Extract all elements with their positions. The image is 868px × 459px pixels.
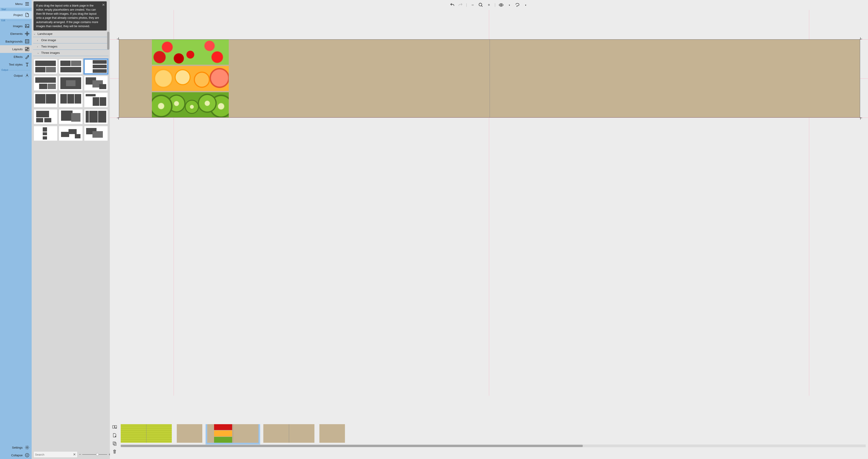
svg-point-2: [27, 33, 28, 34]
accordion-landscape[interactable]: ⌄ Landscape: [33, 31, 108, 37]
add-spread-button[interactable]: [112, 425, 117, 430]
strip-scroll: Cover 1 23 45: [121, 424, 866, 447]
layout-thumb[interactable]: [34, 126, 57, 141]
layout-thumb-selected[interactable]: [84, 59, 107, 74]
layout-thumb[interactable]: [34, 76, 57, 90]
layout-thumb[interactable]: [59, 126, 82, 141]
accordion-label: One image: [41, 38, 56, 42]
visibility-button[interactable]: [499, 2, 504, 7]
sidebar-item-layouts[interactable]: Layouts: [0, 45, 32, 53]
zoom-in-button[interactable]: +: [487, 2, 491, 7]
sidebar-item-backgrounds[interactable]: Backgrounds: [0, 37, 32, 45]
accordion-one-image[interactable]: › One image: [33, 37, 108, 43]
menu-button[interactable]: Menu: [0, 0, 32, 8]
undo-button[interactable]: [450, 2, 455, 7]
svg-point-15: [500, 4, 502, 6]
layout-thumb[interactable]: [59, 59, 82, 74]
sidebar-item-collapse[interactable]: Collapse: [0, 451, 32, 459]
sidebar-item-images[interactable]: Images: [0, 22, 32, 30]
accordion-three-images[interactable]: ⌄ Three images: [33, 50, 108, 56]
flower-icon: [25, 31, 29, 36]
gear-icon: [25, 445, 29, 450]
duplicate-page-button[interactable]: [112, 441, 117, 446]
zoom-slider[interactable]: [82, 454, 107, 455]
photo-strawberries[interactable]: [152, 39, 229, 65]
panel-footer: ✕ − +: [32, 450, 110, 459]
svg-rect-19: [114, 443, 116, 446]
sidebar-item-textstyles[interactable]: Text styles: [0, 61, 32, 68]
panel-scrollbar[interactable]: [107, 32, 110, 50]
layout-thumb[interactable]: [34, 59, 57, 74]
svg-rect-9: [27, 47, 29, 49]
thumb-cover[interactable]: Cover: [121, 424, 172, 447]
guide-horizontal: [110, 118, 868, 118]
lasso-button[interactable]: [515, 2, 520, 7]
strip-scrollbar[interactable]: [121, 445, 866, 447]
add-page-button[interactable]: [112, 433, 117, 438]
layout-thumb[interactable]: [34, 110, 57, 124]
thumb-pages-4-5[interactable]: 45: [264, 424, 314, 447]
thumb-page-6[interactable]: 6: [319, 424, 345, 447]
sidebar-item-project[interactable]: Project: [0, 11, 32, 19]
chevron-right-icon: ›: [37, 45, 40, 48]
sidebar-item-label: Layouts: [12, 48, 23, 51]
sidebar-item-effects[interactable]: Effects: [0, 53, 32, 61]
layout-thumb[interactable]: [59, 76, 82, 90]
zoom-out-button[interactable]: −: [470, 2, 475, 7]
layouts-panel: If you drag the layout onto a blank page…: [32, 0, 110, 459]
accordion-label: Landscape: [37, 32, 53, 35]
crop-mark: [859, 37, 862, 40]
accordion-two-images[interactable]: › Two images: [33, 43, 108, 50]
sidebar-item-label: Elements: [10, 32, 23, 35]
layout-thumb[interactable]: [34, 93, 57, 107]
layout-thumb[interactable]: [84, 126, 107, 141]
layout-thumb[interactable]: [84, 110, 107, 124]
photo-stack: [152, 39, 229, 117]
left-sidebar: Menu Start Project Edit Images Elements: [0, 0, 32, 459]
svg-rect-17: [115, 426, 117, 428]
sidebar-item-output[interactable]: Output: [0, 72, 32, 79]
page-spread[interactable]: [119, 39, 860, 118]
workarea: | − + | ▾ ▾: [110, 0, 868, 459]
clear-search-icon[interactable]: ✕: [73, 453, 76, 457]
svg-point-13: [25, 453, 29, 457]
sidebar-item-label: Images: [13, 24, 23, 28]
layout-thumb[interactable]: [59, 110, 82, 124]
layout-thumb[interactable]: [84, 76, 107, 90]
zoom-out-mini[interactable]: −: [79, 453, 81, 457]
separator: |: [495, 3, 495, 7]
photo-kiwi[interactable]: [152, 92, 229, 117]
svg-rect-10: [27, 49, 29, 51]
sidebar-item-label: Text styles: [9, 63, 23, 66]
group-start: Start: [0, 8, 32, 11]
dropdown-icon[interactable]: ▾: [523, 2, 528, 7]
spread-fold: [490, 39, 490, 117]
sidebar-item-settings[interactable]: Settings: [0, 443, 32, 451]
search-box[interactable]: ✕: [33, 451, 78, 458]
sidebar-item-elements[interactable]: Elements: [0, 30, 32, 37]
thumb-page-1[interactable]: 1: [177, 424, 202, 447]
canvas[interactable]: [110, 10, 868, 423]
chevron-right-icon: ›: [37, 39, 40, 41]
separator: |: [466, 3, 467, 7]
layout-thumb[interactable]: [84, 93, 107, 107]
sidebar-item-label: Project: [13, 13, 23, 17]
svg-point-14: [479, 3, 482, 6]
svg-rect-11: [25, 50, 27, 51]
svg-rect-18: [113, 442, 115, 445]
layouts-scroll[interactable]: ⌄ Landscape › One image › Two images ⌄ T…: [32, 31, 110, 450]
svg-point-12: [26, 447, 28, 448]
hint-tooltip: If you drag the layout onto a blank page…: [33, 1, 107, 31]
accordion-label: Two images: [41, 45, 57, 48]
close-icon[interactable]: ✕: [102, 2, 105, 7]
zoom-fit-button[interactable]: [478, 2, 483, 7]
thumb-pages-2-3[interactable]: 23: [207, 424, 258, 447]
search-input[interactable]: [35, 453, 73, 456]
delete-page-button[interactable]: [112, 449, 117, 454]
layout-thumb[interactable]: [59, 93, 82, 107]
sidebar-item-label: Settings: [12, 446, 23, 449]
page-strip: Cover 1 23 45: [110, 423, 868, 459]
photo-citrus[interactable]: [152, 66, 229, 91]
svg-rect-8: [25, 47, 27, 50]
dropdown-icon[interactable]: ▾: [507, 2, 512, 7]
